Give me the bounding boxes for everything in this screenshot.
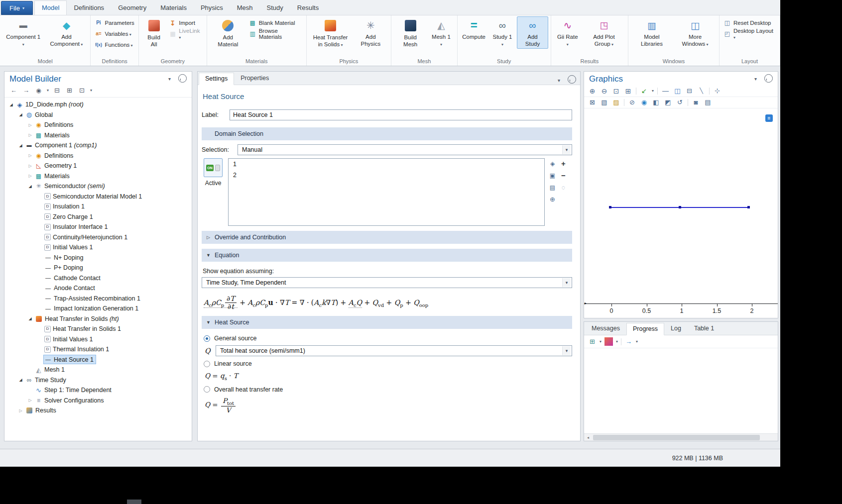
reset-view-icon[interactable]: ↺: [676, 98, 684, 106]
study-dropdown[interactable]: Time Study, Time Dependent ▾: [202, 277, 572, 288]
tree-item-trap-assisted-recombination-1[interactable]: —Trap-Assisted Recombination 1: [4, 294, 192, 304]
ribbon-tab-definitions[interactable]: Definitions: [67, 1, 111, 15]
dropdown-caret-icon[interactable]: ▾: [90, 88, 92, 93]
livelink-button[interactable]: ▦LiveLink ▾: [167, 29, 204, 38]
ribbon-tab-model[interactable]: Model: [34, 0, 67, 15]
dropdown-caret-icon[interactable]: ▾: [600, 339, 601, 344]
selection-list-item[interactable]: 2: [233, 172, 544, 183]
mesh-1-button[interactable]: ◭Mesh 1 ▾: [428, 16, 454, 49]
collapsed-toggle-icon[interactable]: ▷: [26, 164, 34, 168]
expanded-toggle-icon[interactable]: ◢: [26, 316, 34, 321]
build-all-button[interactable]: Build All: [141, 16, 166, 49]
gii-rate-button[interactable]: ∿Gii Rate ▾: [554, 16, 582, 49]
ribbon-tab-materials[interactable]: Materials: [153, 1, 194, 15]
tree-item-p-doping[interactable]: —P+ Doping: [4, 263, 192, 273]
heat-transfer-in-solids-button[interactable]: Heat Transfer in Solids ▾: [309, 16, 352, 49]
active-toggle-button[interactable]: ON: [204, 158, 223, 177]
geometry-vertex[interactable]: [747, 206, 750, 208]
browse-materials-button[interactable]: ▥Browse Materials: [247, 29, 304, 38]
geometry-line[interactable]: [609, 207, 749, 208]
tree-item-mesh-1[interactable]: ◭Mesh 1: [4, 365, 192, 375]
variables-button[interactable]: a=Variables ▾: [93, 29, 135, 38]
expanded-toggle-icon[interactable]: ◢: [26, 184, 34, 189]
tree-item-step-1-time-dependent[interactable]: ∿Step 1: Time Dependent: [4, 385, 192, 396]
create-selection-icon[interactable]: ◈: [548, 159, 557, 168]
collapsed-toggle-icon[interactable]: ▷: [26, 123, 34, 127]
dropdown-caret-icon[interactable]: ▾: [47, 88, 49, 93]
progress-bars-icon[interactable]: [604, 337, 613, 346]
collapse-caret-icon[interactable]: ▾: [165, 75, 174, 84]
tab-settings[interactable]: Settings: [199, 73, 234, 85]
scrollbar-thumb[interactable]: [593, 435, 760, 440]
model-libraries-button[interactable]: ▥Model Libraries: [631, 16, 673, 49]
tree-item-insulation-1[interactable]: DInsulation 1: [4, 202, 192, 212]
collapsed-toggle-icon[interactable]: ▷: [26, 133, 34, 137]
expanded-toggle-icon[interactable]: ◢: [17, 112, 24, 117]
collapsed-toggle-icon[interactable]: ▷: [17, 408, 24, 413]
lasso-icon[interactable]: ▧: [600, 98, 608, 106]
selection-dropdown[interactable]: Manual ▾: [238, 144, 572, 155]
tree-item-geometry-1[interactable]: ▷◺Geometry 1: [4, 161, 192, 171]
plot-info-icon[interactable]: [765, 114, 773, 122]
add-plot-group-button[interactable]: ◳Add Plot Group ▾: [583, 16, 625, 49]
blank-material-button[interactable]: ▩Blank Material: [247, 18, 304, 27]
measure-line-icon[interactable]: ╲: [697, 87, 706, 95]
clear-selection-icon[interactable]: ◌: [559, 183, 568, 192]
tree-item-insulator-interface-1[interactable]: DInsulator Interface 1: [4, 222, 192, 232]
tree-item-semiconductor-material-model-1[interactable]: DSemiconductor Material Model 1: [4, 192, 192, 202]
more-windows-button[interactable]: ◫More Windows ▾: [674, 16, 717, 49]
split-horizontal-icon[interactable]: ◫: [673, 87, 682, 95]
zoom-extents-icon[interactable]: ⊡: [612, 87, 620, 95]
geometry-vertex[interactable]: [609, 206, 611, 208]
radio-selected-icon[interactable]: [204, 335, 210, 342]
show-options-icon[interactable]: ◉: [34, 86, 43, 95]
overall-heat-rate-radio-row[interactable]: Overall heat transfer rate: [204, 384, 572, 395]
move-progress-icon[interactable]: →: [624, 337, 633, 346]
expanded-toggle-icon[interactable]: ◢: [17, 143, 24, 148]
tree-item-heat-transfer-in-solids[interactable]: ◢Heat Transfer in Solids (ht): [4, 314, 192, 324]
tab-log[interactable]: Log: [664, 322, 688, 335]
tree-item-n-doping[interactable]: —N+ Doping: [4, 253, 192, 263]
tree-item-heat-transfer-in-solids-1[interactable]: DHeat Transfer in Solids 1: [4, 324, 192, 334]
add-to-selection-icon[interactable]: +: [559, 159, 568, 168]
zoom-out-icon[interactable]: ⊖: [600, 87, 608, 95]
print-icon[interactable]: ▤: [704, 98, 712, 106]
hide-icon[interactable]: ⊘: [628, 98, 636, 106]
add-study-button[interactable]: ∞Add Study: [517, 16, 548, 49]
ribbon-tab-geometry[interactable]: Geometry: [111, 1, 153, 15]
tree-item-solver-configurations[interactable]: ▷≡Solver Configurations: [4, 396, 192, 406]
copy-selection-icon[interactable]: ▣: [548, 171, 557, 180]
tree-item-cathode-contact[interactable]: —Cathode Contact: [4, 273, 192, 284]
select-box-icon[interactable]: ⊠: [588, 98, 597, 106]
import-button[interactable]: ↧Import: [167, 18, 204, 27]
tree-item-materials[interactable]: ▷▩Materials: [4, 171, 192, 182]
add-component-button[interactable]: ◆Add Component ▾: [45, 16, 88, 49]
ribbon-tab-physics[interactable]: Physics: [194, 1, 230, 15]
file-menu-button[interactable]: File ▾: [1, 1, 33, 15]
tree-item-definitions[interactable]: ▷◉Definitions: [4, 151, 192, 161]
hatch-icon[interactable]: ▨: [612, 98, 620, 106]
collapse-all-icon[interactable]: ⊟: [53, 86, 61, 95]
visibility-icon[interactable]: ◉: [640, 98, 648, 106]
back-icon[interactable]: ←: [9, 86, 18, 95]
pin-icon[interactable]: [764, 74, 773, 83]
heat-source-dropdown[interactable]: Total heat source (semi/smm1) ▾: [216, 345, 572, 356]
tab-properties[interactable]: Properties: [234, 72, 275, 85]
geometry-vertex[interactable]: [679, 206, 681, 208]
expand-all-icon[interactable]: ⊞: [65, 86, 74, 95]
collapsed-toggle-icon[interactable]: ▷: [26, 398, 34, 403]
tree-item-impact-ionization-generation-1[interactable]: —Impact Ionization Generation 1: [4, 303, 192, 314]
tree-item-time-study[interactable]: ◢∞Time Study: [4, 375, 192, 386]
tab-progress[interactable]: Progress: [626, 323, 664, 335]
tree-item-initial-values-1[interactable]: DInitial Values 1: [4, 242, 192, 253]
snapshot-icon[interactable]: ◙: [692, 98, 700, 106]
radio-icon[interactable]: [204, 361, 210, 367]
tree-item-results[interactable]: ▷Results: [4, 405, 192, 416]
zoom-to-selection-icon[interactable]: ⊕: [548, 195, 557, 203]
parameters-button[interactable]: PiParameters: [93, 18, 135, 27]
label-input[interactable]: [230, 109, 572, 120]
plot-line-icon[interactable]: —: [661, 87, 670, 95]
collapsed-toggle-icon[interactable]: ▷: [26, 174, 34, 178]
tree-item-anode-contact[interactable]: —Anode Contact: [4, 283, 192, 294]
study-1-button[interactable]: ∞Study 1 ▾: [489, 16, 516, 49]
